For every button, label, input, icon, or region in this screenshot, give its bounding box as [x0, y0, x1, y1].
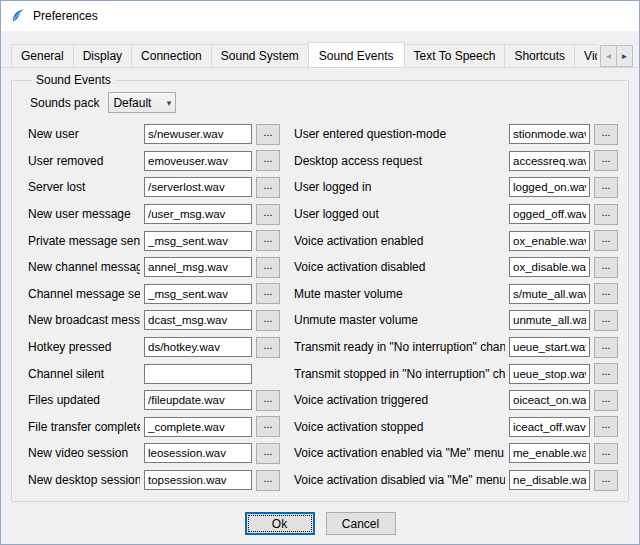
event-label: User removed	[28, 154, 140, 168]
event-sound-input[interactable]	[509, 204, 590, 224]
browse-button[interactable]: ...	[256, 310, 280, 331]
browse-button[interactable]: ...	[594, 443, 618, 464]
event-sound-input[interactable]	[509, 177, 590, 197]
event-sound-input[interactable]	[144, 470, 252, 490]
event-sound-input[interactable]	[144, 257, 252, 277]
event-columns: New user...User removed...Server lost...…	[28, 121, 618, 493]
preferences-window: Preferences GeneralDisplayConnectionSoun…	[0, 0, 640, 545]
event-sound-input[interactable]	[144, 364, 252, 384]
titlebar: Preferences	[1, 1, 639, 31]
event-label: Voice activation disabled via "Me" menu	[294, 473, 505, 487]
event-label: File transfer complete	[28, 420, 140, 434]
event-sound-input[interactable]	[144, 337, 252, 357]
browse-button[interactable]: ...	[256, 416, 280, 437]
browse-button[interactable]: ...	[594, 257, 618, 278]
event-sound-input[interactable]	[509, 443, 590, 463]
event-sound-input[interactable]	[509, 390, 590, 410]
browse-button[interactable]: ...	[594, 390, 618, 411]
event-sound-input[interactable]	[144, 231, 252, 251]
browse-button[interactable]: ...	[594, 150, 618, 171]
event-sound-input[interactable]	[509, 151, 590, 171]
browse-button[interactable]: ...	[256, 337, 280, 358]
chevron-down-icon: ▾	[167, 98, 172, 108]
event-sound-input[interactable]	[509, 364, 590, 384]
sounds-pack-select[interactable]: Default ▾	[108, 92, 176, 113]
browse-button[interactable]: ...	[594, 416, 618, 437]
tab-scroll-controls: ◄ ►	[601, 45, 633, 67]
event-sound-input[interactable]	[509, 337, 590, 357]
browse-button[interactable]: ...	[256, 150, 280, 171]
event-sound-input[interactable]	[509, 124, 590, 144]
browse-button[interactable]: ...	[594, 363, 618, 384]
cancel-button[interactable]: Cancel	[326, 512, 396, 535]
browse-button[interactable]: ...	[594, 177, 618, 198]
event-label: New desktop session	[28, 473, 140, 487]
browse-button[interactable]: ...	[256, 443, 280, 464]
event-label: Transmit stopped in "No interruption" ch…	[294, 367, 505, 381]
tab-bar: GeneralDisplayConnectionSound SystemSoun…	[1, 31, 639, 68]
event-sound-input[interactable]	[144, 310, 252, 330]
ok-button[interactable]: Ok	[245, 512, 315, 535]
browse-button[interactable]: ...	[594, 283, 618, 304]
event-label: New channel message	[28, 260, 140, 274]
app-icon	[10, 8, 26, 24]
event-label: New user message	[28, 207, 140, 221]
browse-button[interactable]: ...	[594, 470, 618, 491]
event-label: Voice activation enabled	[294, 234, 505, 248]
event-sound-input[interactable]	[509, 231, 590, 251]
browse-button[interactable]: ...	[256, 177, 280, 198]
tab-shortcuts[interactable]: Shortcuts	[504, 44, 575, 67]
event-sound-input[interactable]	[144, 124, 252, 144]
tab-sound-system[interactable]: Sound System	[211, 44, 309, 67]
event-label: Voice activation disabled	[294, 260, 505, 274]
event-sound-input[interactable]	[144, 284, 252, 304]
event-sound-input[interactable]	[509, 284, 590, 304]
event-sound-input[interactable]	[509, 470, 590, 490]
browse-button[interactable]: ...	[256, 204, 280, 225]
event-label: User logged in	[294, 180, 505, 194]
event-label: Channel silent	[28, 367, 140, 381]
browse-button[interactable]: ...	[256, 390, 280, 411]
group-title: Sound Events	[32, 73, 115, 87]
event-label: Hotkey pressed	[28, 340, 140, 354]
event-sound-input[interactable]	[144, 417, 252, 437]
browse-button[interactable]: ...	[256, 283, 280, 304]
browse-button[interactable]: ...	[594, 310, 618, 331]
event-label: Server lost	[28, 180, 140, 194]
browse-button[interactable]: ...	[256, 257, 280, 278]
tab-scroll-right-button[interactable]: ►	[616, 45, 633, 67]
sound-events-group: Sound Events Sounds pack Default ▾ New u…	[11, 73, 629, 502]
tab-display[interactable]: Display	[73, 44, 132, 67]
event-column-left: New user...User removed...Server lost...…	[28, 121, 280, 493]
browse-button[interactable]: ...	[594, 230, 618, 251]
browse-button[interactable]: ...	[256, 230, 280, 251]
tab-video[interactable]: Video	[574, 44, 597, 67]
event-label: New video session	[28, 446, 140, 460]
event-sound-input[interactable]	[144, 204, 252, 224]
event-sound-input[interactable]	[144, 443, 252, 463]
tab-general[interactable]: General	[11, 44, 74, 67]
event-sound-input[interactable]	[144, 390, 252, 410]
browse-button[interactable]: ...	[594, 337, 618, 358]
dialog-footer: Ok Cancel	[1, 502, 639, 545]
event-label: New user	[28, 127, 140, 141]
event-sound-input[interactable]	[509, 310, 590, 330]
tab-scroll-left-button[interactable]: ◄	[600, 45, 617, 67]
event-sound-input[interactable]	[509, 417, 590, 437]
event-column-right: User entered question-mode...Desktop acc…	[294, 121, 618, 493]
browse-button[interactable]: ...	[594, 204, 618, 225]
event-sound-input[interactable]	[144, 177, 252, 197]
event-label: Channel message sent	[28, 287, 140, 301]
tab-page-sound-events: Sound Events Sounds pack Default ▾ New u…	[1, 68, 639, 502]
event-sound-input[interactable]	[144, 151, 252, 171]
browse-button[interactable]: ...	[594, 124, 618, 145]
sounds-pack-label: Sounds pack	[30, 96, 99, 110]
event-label: Desktop access request	[294, 154, 505, 168]
event-sound-input[interactable]	[509, 257, 590, 277]
event-label: Files updated	[28, 393, 140, 407]
browse-button[interactable]: ...	[256, 124, 280, 145]
tab-connection[interactable]: Connection	[131, 44, 212, 67]
tab-sound-events[interactable]: Sound Events	[308, 42, 405, 67]
browse-button[interactable]: ...	[256, 470, 280, 491]
tab-text-to-speech[interactable]: Text To Speech	[404, 44, 506, 67]
